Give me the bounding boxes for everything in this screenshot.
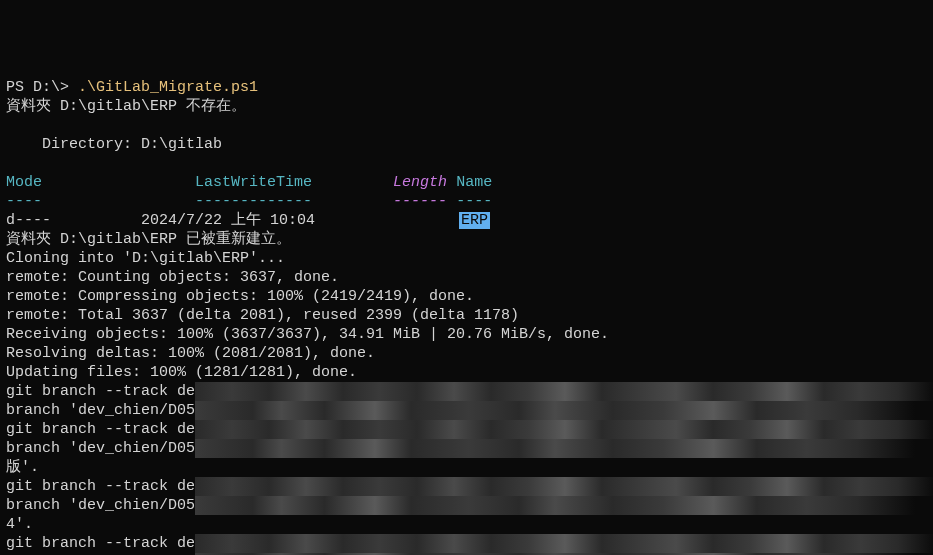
branch-line: branch 'dev_chien/D05	[6, 496, 927, 515]
msg-not-exist: 資料夾 D:\gitlab\ERP 不存在。	[6, 97, 927, 116]
branch-line: git branch --track de	[6, 420, 927, 439]
row-date: 2024/7/22 上午 10:04	[141, 212, 315, 229]
redacted-content	[195, 382, 933, 401]
clone-line: Resolving deltas: 100% (2081/2081), done…	[6, 344, 927, 363]
ps-prompt: PS D:\>	[6, 79, 78, 96]
directory-line: Directory: D:\gitlab	[6, 135, 927, 154]
branch-line: branch 'dev_chien/D05	[6, 439, 927, 458]
table-separator: ---- ------------- ------ ----	[6, 192, 927, 211]
clone-line: Receiving objects: 100% (3637/3637), 34.…	[6, 325, 927, 344]
clone-line: Cloning into 'D:\gitlab\ERP'...	[6, 249, 927, 268]
wrap-line: 4'.	[6, 515, 927, 534]
table-header: Mode LastWriteTime Length Name	[6, 173, 927, 192]
clone-line: remote: Total 3637 (delta 2081), reused …	[6, 306, 927, 325]
msg-recreated: 資料夾 D:\gitlab\ERP 已被重新建立。	[6, 230, 927, 249]
redacted-content	[195, 477, 933, 496]
command-text: .\GitLab_Migrate.ps1	[78, 79, 258, 96]
header-lastwritetime: LastWriteTime	[195, 174, 312, 191]
wrap-line: 版'.	[6, 458, 927, 477]
row-name-highlighted: ERP	[459, 212, 490, 229]
header-name: Name	[456, 174, 492, 191]
redacted-content	[195, 534, 933, 553]
header-length: Length	[393, 174, 447, 191]
prompt-line: PS D:\> .\GitLab_Migrate.ps1	[6, 78, 927, 97]
table-row: d---- 2024/7/22 上午 10:04 ERP	[6, 211, 927, 230]
branch-line: git branch --track de	[6, 382, 927, 401]
header-mode: Mode	[6, 174, 42, 191]
clone-line: remote: Compressing objects: 100% (2419/…	[6, 287, 927, 306]
redacted-content	[195, 496, 915, 515]
branch-line: branch 'dev_chien/D05	[6, 401, 927, 420]
redacted-content	[195, 439, 915, 458]
redacted-content	[195, 401, 915, 420]
terminal-output: PS D:\> .\GitLab_Migrate.ps1資料夾 D:\gitla…	[6, 78, 927, 555]
clone-line: Updating files: 100% (1281/1281), done.	[6, 363, 927, 382]
branch-line: git branch --track de	[6, 534, 927, 553]
redacted-content	[195, 420, 933, 439]
clone-line: remote: Counting objects: 3637, done.	[6, 268, 927, 287]
branch-line: git branch --track de	[6, 477, 927, 496]
row-mode: d----	[6, 212, 51, 229]
